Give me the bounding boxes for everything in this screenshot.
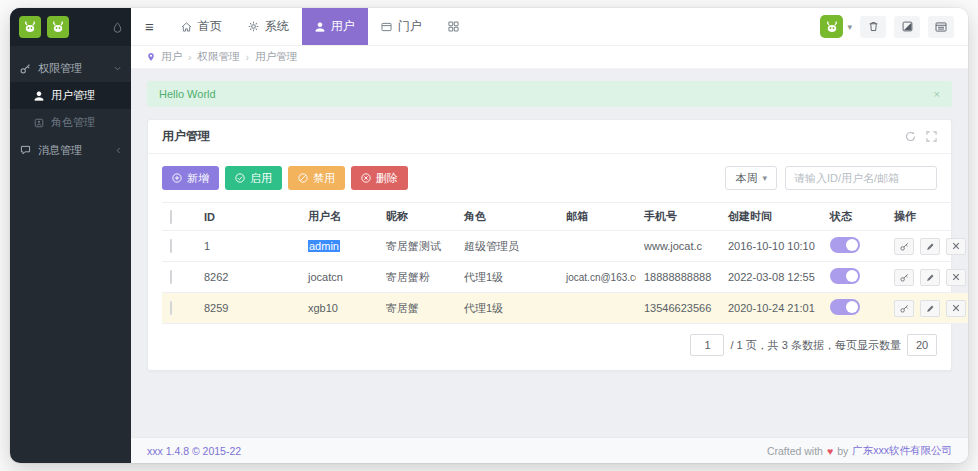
- nav-item-user[interactable]: 用户: [302, 8, 368, 45]
- nav-item-home[interactable]: 首页: [168, 8, 235, 45]
- top-navbar: ≡ 首页 系统 用户: [131, 8, 968, 46]
- cell-nickname: 寄居蟹测试: [378, 231, 456, 262]
- cell-nickname: 寄居蟹: [378, 293, 456, 324]
- crafted-by-text: by: [837, 445, 848, 457]
- column-header-username: 用户名: [300, 203, 378, 231]
- cell-role: 代理1级: [456, 262, 558, 293]
- select-all-checkbox[interactable]: [170, 210, 172, 224]
- cell-role: 超级管理员: [456, 231, 558, 262]
- user-icon: [315, 22, 325, 32]
- sidebar-item-label: 用户管理: [51, 88, 95, 103]
- cell-phone: 18888888888: [636, 262, 720, 293]
- row-checkbox[interactable]: [170, 239, 172, 253]
- fullscreen-icon[interactable]: [926, 131, 937, 142]
- reset-password-button[interactable]: [894, 238, 914, 255]
- cell-username: jocatcn: [300, 262, 378, 293]
- status-toggle[interactable]: [830, 268, 860, 284]
- edit-button[interactable]: [920, 269, 940, 286]
- nav-item-label: 门户: [398, 18, 422, 35]
- company-link[interactable]: 广东xxx软件有限公司: [852, 444, 952, 458]
- cell-phone: www.jocat.c: [636, 231, 720, 262]
- row-checkbox[interactable]: [170, 270, 172, 284]
- layout-list-icon: [935, 22, 947, 32]
- message-icon: [20, 145, 31, 155]
- disable-button[interactable]: 禁用: [288, 166, 345, 190]
- version-link[interactable]: xxx 1.4.8 © 2015-22: [147, 445, 241, 457]
- grid-icon: [448, 21, 459, 32]
- trash-button[interactable]: [860, 16, 886, 38]
- pagination-summary: / 1 页，共 3 条数据，每页显示数量: [730, 338, 901, 353]
- sidebar: 权限管理 用户管理 角色管理 消息管: [10, 8, 131, 463]
- column-header-id: ID: [196, 203, 300, 231]
- nav-item-system[interactable]: 系统: [235, 8, 302, 45]
- status-toggle[interactable]: [830, 237, 860, 253]
- enable-button[interactable]: 启用: [225, 166, 282, 190]
- table-toolbar: 新增 启用 禁用: [162, 166, 937, 190]
- table-header-row: ID 用户名 昵称 角色 邮箱 手机号 创建时间 状态 操作: [162, 203, 968, 231]
- sidebar-item-messages[interactable]: 消息管理: [10, 136, 131, 164]
- sidebar-item-label: 权限管理: [38, 61, 82, 76]
- breadcrumb-item[interactable]: 用户: [161, 50, 182, 64]
- sidebar-item-role-management[interactable]: 角色管理: [10, 109, 131, 136]
- button-label: 删除: [376, 171, 398, 186]
- layout-button[interactable]: [928, 16, 954, 38]
- status-toggle[interactable]: [830, 299, 860, 315]
- sidebar-menu: 权限管理 用户管理 角色管理 消息管: [10, 46, 131, 164]
- user-management-panel: 用户管理: [147, 119, 952, 371]
- add-button[interactable]: 新增: [162, 166, 219, 190]
- cell-created: 2022-03-08 12:55: [720, 262, 822, 293]
- sidebar-item-user-management[interactable]: 用户管理: [10, 82, 131, 109]
- footer-credit: Crafted with ♥ by 广东xxx软件有限公司: [767, 444, 952, 458]
- button-label: 新增: [187, 171, 209, 186]
- breadcrumb-item[interactable]: 权限管理: [198, 50, 240, 64]
- row-checkbox[interactable]: [170, 301, 172, 315]
- column-header-email: 邮箱: [558, 203, 636, 231]
- column-header-nickname: 昵称: [378, 203, 456, 231]
- crafted-text: Crafted with: [767, 445, 823, 457]
- refresh-icon[interactable]: [905, 131, 916, 142]
- page-size-input[interactable]: [907, 334, 937, 356]
- page-input[interactable]: [690, 334, 724, 356]
- chevron-down-icon: ▾: [762, 173, 767, 183]
- column-header-created: 创建时间: [720, 203, 822, 231]
- edit-button[interactable]: [920, 238, 940, 255]
- nav-item-apps[interactable]: [435, 8, 472, 45]
- sidebar-item-label: 角色管理: [51, 115, 95, 130]
- button-label: 启用: [250, 171, 272, 186]
- cell-nickname: 寄居蟹粉: [378, 262, 456, 293]
- table-row: 8259 xgb10 寄居蟹 代理1级 13546623566 2020-10-…: [162, 293, 968, 324]
- sidebar-item-permissions[interactable]: 权限管理: [10, 54, 131, 82]
- delete-row-button[interactable]: [946, 300, 966, 317]
- crab-logo-icon[interactable]: [19, 16, 41, 38]
- crab-logo-icon[interactable]: [47, 16, 69, 38]
- toolbar-right: 本周 ▾: [725, 166, 937, 190]
- check-circle-icon: [235, 173, 245, 183]
- chevron-left-icon: [116, 147, 121, 154]
- hamburger-menu-icon[interactable]: ≡: [131, 8, 168, 45]
- delete-button[interactable]: 删除: [351, 166, 408, 190]
- gear-icon: [248, 21, 259, 32]
- chevron-down-icon: [114, 66, 121, 71]
- footer: xxx 1.4.8 © 2015-22 Crafted with ♥ by 广东…: [131, 437, 968, 463]
- users-table: ID 用户名 昵称 角色 邮箱 手机号 创建时间 状态 操作: [162, 202, 968, 324]
- delete-row-button[interactable]: [946, 238, 966, 255]
- nav-item-portal[interactable]: 门户: [368, 8, 435, 45]
- search-input[interactable]: [785, 166, 937, 190]
- success-alert: Hello World ×: [147, 81, 952, 107]
- user-avatar-dropdown[interactable]: ▾: [820, 15, 852, 38]
- times-circle-icon: [361, 173, 371, 183]
- contrast-button[interactable]: [894, 16, 920, 38]
- date-filter-dropdown[interactable]: 本周 ▾: [725, 166, 777, 190]
- app-window: 权限管理 用户管理 角色管理 消息管: [10, 8, 968, 463]
- reset-password-button[interactable]: [894, 269, 914, 286]
- close-icon[interactable]: ×: [934, 88, 940, 100]
- nav-item-label: 用户: [331, 18, 355, 35]
- cell-created: 2020-10-24 21:01: [720, 293, 822, 324]
- ban-circle-icon: [298, 173, 308, 183]
- cell-phone: 13546623566: [636, 293, 720, 324]
- reset-password-button[interactable]: [894, 300, 914, 317]
- delete-row-button[interactable]: [946, 269, 966, 286]
- breadcrumb-item[interactable]: 用户管理: [255, 50, 297, 64]
- droplet-icon[interactable]: [113, 22, 122, 33]
- edit-button[interactable]: [920, 300, 940, 317]
